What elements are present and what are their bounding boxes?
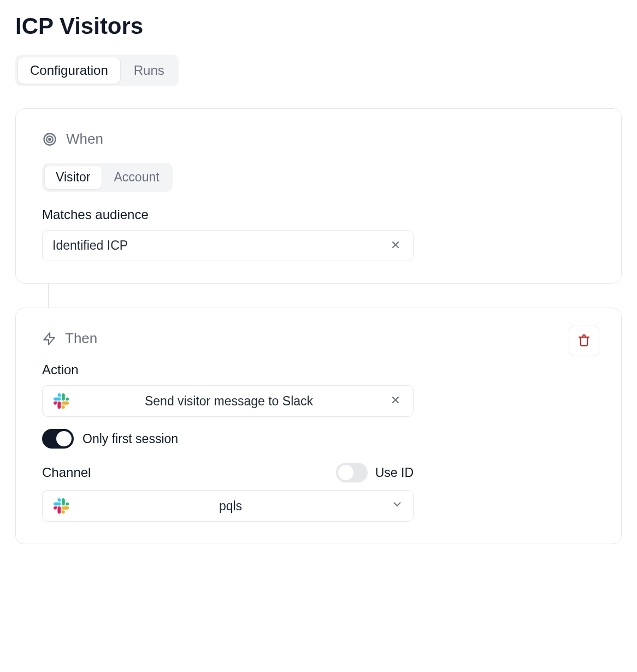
- audience-select[interactable]: Identified ICP: [42, 230, 414, 261]
- only-first-session-toggle[interactable]: [42, 429, 74, 449]
- audience-value: Identified ICP: [52, 238, 128, 253]
- svg-marker-5: [44, 333, 55, 345]
- when-inner-tabs: Visitor Account: [42, 163, 173, 192]
- action-value: Send visitor message to Slack: [70, 394, 388, 409]
- clear-action-icon[interactable]: [388, 394, 403, 408]
- when-card: When Visitor Account Matches audience Id…: [15, 108, 622, 284]
- tab-runs[interactable]: Runs: [122, 57, 176, 84]
- target-icon: [42, 132, 57, 147]
- bolt-icon: [42, 332, 56, 346]
- channel-select[interactable]: pqls: [42, 490, 414, 522]
- use-id-toggle[interactable]: [336, 463, 368, 482]
- tab-account[interactable]: Account: [103, 165, 170, 190]
- matches-audience-label: Matches audience: [42, 207, 595, 222]
- use-id-label: Use ID: [375, 465, 414, 480]
- tab-configuration[interactable]: Configuration: [17, 57, 121, 84]
- top-tabs: Configuration Runs: [15, 55, 179, 86]
- card-connector: [48, 284, 49, 308]
- slack-icon: [52, 393, 70, 409]
- svg-point-2: [49, 138, 51, 140]
- action-select[interactable]: Send visitor message to Slack: [42, 385, 414, 417]
- when-heading: When: [66, 131, 103, 148]
- page-title: ICP Visitors: [15, 13, 622, 39]
- trash-icon: [577, 334, 591, 349]
- channel-value: pqls: [70, 499, 391, 514]
- delete-then-button[interactable]: [569, 326, 599, 356]
- then-heading: Then: [65, 330, 97, 347]
- action-label: Action: [42, 362, 595, 378]
- then-card: Then Action Send visitor message to Slac…: [15, 308, 622, 544]
- slack-icon: [52, 498, 70, 514]
- tab-visitor[interactable]: Visitor: [44, 165, 102, 190]
- only-first-session-label: Only first session: [82, 432, 178, 446]
- channel-label: Channel: [42, 465, 91, 480]
- chevron-down-icon: [391, 498, 403, 514]
- clear-audience-icon[interactable]: [388, 239, 403, 252]
